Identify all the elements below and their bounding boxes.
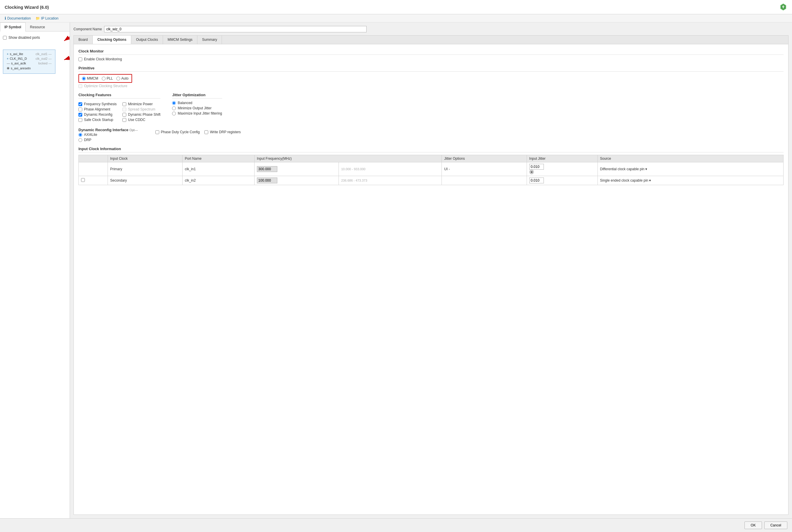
tab-output-clocks[interactable]: Output Clocks xyxy=(131,36,163,44)
clocking-features-title: Clocking Features xyxy=(78,93,161,98)
dr-title: Dynamic Reconfig Interface xyxy=(78,128,130,132)
spread-spectrum-label: Spread Spectrum xyxy=(128,107,155,111)
app-logo xyxy=(779,3,787,11)
use-cddc-checkbox[interactable] xyxy=(122,118,126,122)
dynamic-reconfig-label: Dynamic Reconfig xyxy=(84,113,112,117)
tab-resource[interactable]: Resource xyxy=(26,22,49,32)
secondary-checkbox[interactable] xyxy=(81,178,85,182)
minimize-power-checkbox[interactable] xyxy=(122,102,126,106)
primary-jitter-val-cell: ✕ xyxy=(527,163,598,176)
component-name-row: Component Name xyxy=(74,26,789,32)
optimize-label: Optimize Clocking Structure xyxy=(84,84,128,88)
write-drp-label: Write DRP registers xyxy=(210,130,241,134)
primitive-section: Primitive MMCM PLL Auto xyxy=(78,66,784,88)
cancel-button[interactable]: Cancel xyxy=(764,521,787,529)
primitive-pll[interactable]: PLL xyxy=(102,76,113,80)
spread-spectrum-checkbox xyxy=(122,108,126,111)
primitive-auto[interactable]: Auto xyxy=(116,76,129,80)
table-row: Primary clk_in1 10.000 - 933.000 xyxy=(79,163,784,176)
show-disabled-row: Show disabled ports xyxy=(3,34,67,41)
secondary-freq-cell xyxy=(254,176,339,185)
phase-duty-label: Phase Duty Cycle Config xyxy=(161,130,200,134)
safe-clock-checkbox[interactable] xyxy=(78,118,82,122)
jitter-maximize-input[interactable]: Maximize Input Jitter filtering xyxy=(172,111,222,115)
secondary-check-cell xyxy=(79,176,108,185)
primary-range-cell: 10.000 - 933.000 xyxy=(339,163,441,176)
tab-clocking-options[interactable]: Clocking Options xyxy=(93,36,131,44)
phase-align-checkbox[interactable] xyxy=(78,108,82,111)
dr-drp[interactable]: DRP xyxy=(78,138,138,142)
th-check xyxy=(79,155,108,163)
primary-jitter-input[interactable] xyxy=(529,164,544,170)
dr-title-block: Dynamic Reconfig Interface Opt--- xyxy=(78,128,138,132)
th-port-name: Port Name xyxy=(182,155,254,163)
tab-mmcm-settings[interactable]: MMCM Settings xyxy=(163,36,197,44)
app-header: Clocking Wizard (6.0) xyxy=(0,0,792,14)
secondary-jitter-input[interactable] xyxy=(529,177,544,183)
show-disabled-label: Show disabled ports xyxy=(8,36,40,40)
secondary-port: clk_in2 xyxy=(185,178,196,183)
tab-summary[interactable]: Summary xyxy=(197,36,222,44)
clock-monitor-title: Clock Monitor xyxy=(78,49,784,55)
dr-axi4lite-radio[interactable] xyxy=(78,133,82,137)
primary-freq-range: 10.000 - 933.000 xyxy=(341,167,365,171)
write-drp-row: Write DRP registers xyxy=(204,130,241,134)
freq-synth-row: Frequency Synthesis xyxy=(78,102,117,106)
optimize-checkbox xyxy=(78,84,82,88)
primitive-auto-radio[interactable] xyxy=(116,77,120,80)
primary-jitter-clear[interactable]: ✕ xyxy=(529,170,534,174)
features-cols: Frequency Synthesis Phase Alignment Dyna… xyxy=(78,101,161,123)
dr-extra-checkboxes: Phase Duty Cycle Config Write DRP regist… xyxy=(155,129,241,135)
port-s-axi-aclk: — s_axi_aclk locked — xyxy=(7,61,52,65)
primary-source-cell: Differential clock capable pin ▾ xyxy=(598,163,783,176)
jitter-optimization-section: Jitter Optimization Balanced Minimize Ou… xyxy=(172,93,222,123)
jitter-balanced-radio[interactable] xyxy=(172,101,176,105)
ok-button[interactable]: OK xyxy=(744,521,762,529)
port-s-axi-lite: + s_axi_lite clk_out1 — xyxy=(7,52,52,56)
main-layout: IP Symbol Resource Show disabled ports xyxy=(0,22,792,518)
primary-source-arrow: ▾ xyxy=(645,167,647,171)
show-disabled-checkbox[interactable] xyxy=(3,36,7,40)
minimize-power-label: Minimize Power xyxy=(128,102,153,106)
secondary-jitter-val-cell xyxy=(527,176,598,185)
component-name-input[interactable] xyxy=(104,26,366,32)
th-jitter-options: Jitter Options xyxy=(442,155,527,163)
freq-synth-checkbox[interactable] xyxy=(78,102,82,106)
primitive-mmcm-radio[interactable] xyxy=(82,77,86,80)
phase-duty-checkbox[interactable] xyxy=(155,130,159,134)
app-title: Clocking Wizard (6.0) xyxy=(5,5,49,10)
jitter-balanced[interactable]: Balanced xyxy=(172,101,222,105)
primitive-mmcm[interactable]: MMCM xyxy=(82,76,98,80)
th-input-clock: Input Clock xyxy=(108,155,182,163)
jitter-minimize-output[interactable]: Minimize Output Jitter xyxy=(172,106,222,110)
dynamic-phase-shift-label: Dynamic Phase Shift xyxy=(128,113,161,117)
table-header-row: Input Clock Port Name Input Frequency(MH… xyxy=(79,155,784,163)
documentation-link[interactable]: ℹ Documentation xyxy=(5,16,31,20)
tab-board[interactable]: Board xyxy=(74,36,93,44)
primitive-pll-radio[interactable] xyxy=(102,77,106,80)
dr-radio-group: AXI4Lite DRP xyxy=(78,133,138,142)
dr-layout: Dynamic Reconfig Interface Opt--- AXI4Li… xyxy=(78,128,784,142)
use-cddc-row: Use CDDC xyxy=(122,118,161,122)
secondary-range-cell: 236.686 - 473.373 xyxy=(339,176,441,185)
spread-spectrum-row: Spread Spectrum xyxy=(122,107,161,111)
secondary-name: Secondary xyxy=(110,178,127,183)
bottom-bar: OK Cancel xyxy=(0,518,792,532)
enable-clock-monitoring-checkbox[interactable] xyxy=(78,57,82,61)
primary-check-cell xyxy=(79,163,108,176)
jitter-minimize-radio[interactable] xyxy=(172,107,176,110)
dr-drp-radio[interactable] xyxy=(78,138,82,142)
dynamic-phase-shift-checkbox[interactable] xyxy=(122,113,126,117)
tab-ip-symbol[interactable]: IP Symbol xyxy=(0,22,26,32)
ip-location-link[interactable]: 📁 IP Location xyxy=(36,16,59,20)
primitive-radio-group: MMCM PLL Auto xyxy=(78,74,132,83)
primary-freq-input[interactable] xyxy=(257,166,277,172)
dynamic-reconfig-checkbox[interactable] xyxy=(78,113,82,117)
optimize-row: Optimize Clocking Structure xyxy=(78,84,784,88)
write-drp-checkbox[interactable] xyxy=(204,130,208,134)
input-clock-table: Input Clock Port Name Input Frequency(MH… xyxy=(78,155,784,185)
secondary-freq-input[interactable] xyxy=(257,177,277,183)
dr-axi4lite[interactable]: AXI4Lite xyxy=(78,133,138,137)
jitter-maximize-radio[interactable] xyxy=(172,112,176,115)
phase-duty-row: Phase Duty Cycle Config xyxy=(155,130,200,134)
